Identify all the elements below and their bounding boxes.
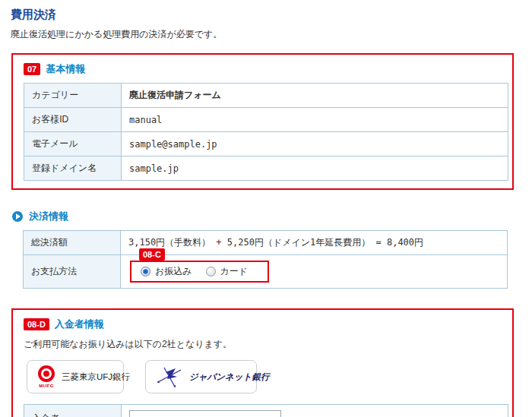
radio-label: カード bbox=[220, 265, 249, 278]
bank-name: 三菱東京UFJ銀行 bbox=[62, 371, 130, 383]
basic-info-section: 07 基本情報 カテゴリー 廃止復活申請フォーム お客様ID manual 電子… bbox=[11, 53, 514, 190]
radio-option-card[interactable]: カード bbox=[206, 265, 249, 278]
row-label: 入金者 bbox=[24, 405, 122, 417]
page-subtitle: 廃止復活処理にかかる処理費用の決済が必要です。 bbox=[11, 28, 532, 41]
payment-method-highlight-box: お振込み カード bbox=[130, 261, 269, 283]
table-row: 入金者 bbox=[24, 405, 508, 417]
row-value: 廃止復活申請フォーム bbox=[122, 84, 508, 108]
available-banks-note: ご利用可能なお振り込みは以下の2社となります。 bbox=[24, 338, 503, 351]
row-label: 総決済額 bbox=[24, 231, 121, 255]
step-badge-08c: 08-C bbox=[139, 248, 165, 261]
radio-button-unchecked[interactable] bbox=[206, 267, 216, 276]
step-badge-07: 07 bbox=[24, 63, 40, 75]
row-label: 登録ドメイン名 bbox=[24, 156, 122, 181]
row-label: 電子メール bbox=[24, 132, 122, 156]
payer-info-header: 08-D 入金者情報 bbox=[24, 317, 503, 331]
page-title: 費用決済 bbox=[11, 8, 532, 22]
table-row: お支払方法 08-C お振込み カード bbox=[24, 255, 508, 289]
basic-info-title: 基本情報 bbox=[46, 62, 85, 76]
bank-name: ジャパンネット銀行 bbox=[189, 371, 269, 383]
radio-option-bank-transfer[interactable]: お振込み bbox=[141, 265, 192, 278]
total-settlement-value: 3,150円（手数料） + 5,250円（ドメイン1年延長費用） = 8,400… bbox=[121, 231, 508, 255]
radio-button-checked[interactable] bbox=[141, 267, 150, 276]
payer-table: 入金者 bbox=[24, 404, 508, 417]
payer-info-title: 入金者情報 bbox=[55, 317, 104, 331]
radio-label: お振込み bbox=[155, 265, 192, 278]
table-row: カテゴリー 廃止復活申請フォーム bbox=[24, 84, 508, 108]
step-badge-08d: 08-D bbox=[24, 318, 49, 330]
payment-settlement-page: 費用決済 廃止復活処理にかかる処理費用の決済が必要です。 07 基本情報 カテゴ… bbox=[0, 0, 532, 417]
row-value: sample@sample.jp bbox=[122, 132, 508, 156]
row-value: sample.jp bbox=[122, 156, 508, 181]
payment-info-header: 決済情報 bbox=[12, 210, 532, 223]
section-arrow-icon bbox=[12, 211, 23, 222]
payer-info-section: 08-D 入金者情報 ご利用可能なお振り込みは以下の2社となります。 MUFG … bbox=[11, 308, 514, 417]
bank-card-japan-net-bank: ジャパンネット銀行 bbox=[145, 360, 257, 393]
japan-net-bank-logo bbox=[157, 365, 182, 388]
payment-info-table: 総決済額 3,150円（手数料） + 5,250円（ドメイン1年延長費用） = … bbox=[23, 230, 508, 289]
row-label: お客様ID bbox=[24, 108, 122, 132]
table-row: お客様ID manual bbox=[24, 108, 508, 132]
bank-card-mufg: MUFG 三菱東京UFJ銀行 bbox=[27, 360, 124, 393]
basic-info-header: 07 基本情報 bbox=[24, 62, 503, 76]
row-label: カテゴリー bbox=[24, 84, 122, 108]
payer-input-cell bbox=[122, 405, 508, 417]
payment-method-options: 08-C お振込み カード bbox=[130, 261, 269, 283]
mufg-logo: MUFG bbox=[38, 365, 55, 388]
row-value: manual bbox=[122, 108, 508, 132]
table-row: 登録ドメイン名 sample.jp bbox=[24, 156, 508, 181]
bank-logo-list: MUFG 三菱東京UFJ銀行 ジャパンネット銀行 bbox=[27, 360, 503, 393]
table-row: 電子メール sample@sample.jp bbox=[24, 132, 508, 156]
row-label: お支払方法 bbox=[24, 255, 121, 289]
mufg-wordmark: MUFG bbox=[39, 384, 54, 388]
payment-method-cell: 08-C お振込み カード bbox=[121, 255, 508, 289]
mufg-ring-icon bbox=[38, 365, 55, 382]
table-row: 総決済額 3,150円（手数料） + 5,250円（ドメイン1年延長費用） = … bbox=[24, 231, 508, 255]
payment-info-title: 決済情報 bbox=[29, 210, 68, 223]
basic-info-table: カテゴリー 廃止復活申請フォーム お客様ID manual 電子メール samp… bbox=[24, 83, 508, 181]
payer-name-input[interactable] bbox=[129, 410, 281, 417]
